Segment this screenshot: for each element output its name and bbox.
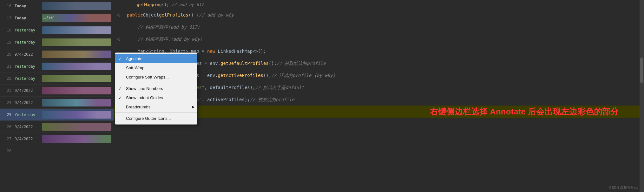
- blame-date-22: Yesterday: [15, 76, 40, 81]
- menu-label-line-numbers: Show Line Numbers: [126, 86, 163, 91]
- blame-date-23: 9/4/2022: [15, 88, 40, 93]
- line-num-25: 25: [3, 113, 11, 117]
- blame-author-20: [42, 51, 111, 58]
- blame-row-16: 16 Today: [0, 0, 114, 12]
- blame-row-27: 27 9/4/2022: [0, 133, 114, 145]
- menu-separator-2: [115, 113, 197, 113]
- submenu-arrow-breadcrumbs: ▶: [192, 105, 194, 109]
- annotate-panel: 16 Today 17 Today wItH 18 Yesterday 19 Y…: [0, 0, 114, 192]
- line-num-18: 18: [3, 28, 11, 32]
- blame-date-27: 9/4/2022: [15, 137, 40, 141]
- check-icon-annotate: ✓: [118, 56, 124, 61]
- blame-date-17: Today: [15, 16, 40, 20]
- menu-item-gutter-icons[interactable]: Configure Gutter Icons...: [115, 114, 197, 123]
- blame-row-20: 20 9/4/2022: [0, 48, 114, 60]
- line-num-21: 21: [3, 64, 11, 69]
- blame-row-28: 28: [0, 145, 114, 157]
- line-num-16: 16: [3, 4, 11, 8]
- menu-item-indent-guides[interactable]: ✓ Show Indent Guides: [115, 93, 197, 102]
- line-num-26: 26: [3, 125, 11, 129]
- code-22-comment: // 活动的profile (by w8y): [271, 69, 335, 81]
- line-num-23: 23: [3, 88, 11, 93]
- menu-label-annotate: Annotate: [126, 56, 142, 61]
- blame-author-22: [42, 75, 111, 82]
- line-num-20: 20: [3, 52, 11, 57]
- code-17-rest: () {: [188, 9, 199, 21]
- code-line-28: [114, 142, 644, 154]
- top-line-text: getMapping(); // add by 617: [127, 2, 204, 7]
- blame-author-24: [42, 99, 111, 106]
- blame-row-17: 17 Today wItH: [0, 12, 114, 24]
- line-num-22: 22: [3, 76, 11, 81]
- menu-label-softwrap: Soft-Wrap: [126, 65, 144, 70]
- code-line-27: [114, 130, 644, 142]
- code-24-comment: // 被激活的profile: [250, 93, 294, 106]
- blame-date-24: 9/4/2022: [15, 100, 40, 105]
- code-line-18: // 结果有顺序(add by 617): [114, 21, 644, 33]
- line-num-24: 24: [3, 100, 11, 105]
- blame-author-18: [42, 26, 111, 34]
- blame-row-24: 24 9/4/2022: [0, 97, 114, 109]
- blame-date-21: Yesterday: [15, 64, 40, 69]
- scrollbar[interactable]: [640, 0, 644, 192]
- blame-author-27: [42, 135, 111, 143]
- menu-label-indent-guides: Show Indent Guides: [126, 95, 163, 100]
- annotation-overlay: 右键侧边栏选择 Annotate 后会出现左边彩色的部分: [430, 106, 619, 118]
- line-num-19: 19: [3, 40, 11, 45]
- gutter-icon-17: ◁: [117, 9, 120, 21]
- code-line-17: ◁ public Object getProfiles () { // add …: [114, 9, 644, 21]
- blame-row-23: 23 9/4/2022: [0, 85, 114, 97]
- code-line-19: ◁ // 结果有顺序,(add by w8y): [114, 33, 644, 45]
- code-17-fn: getProfiles: [159, 9, 188, 21]
- code-23-comment: // 默认名字是default: [255, 81, 304, 93]
- blame-author-16: [42, 2, 111, 10]
- gutter-icon-19: ◁: [117, 33, 120, 45]
- blame-author-17: wItH: [42, 14, 111, 22]
- main-container: 16 Today 17 Today wItH 18 Yesterday 19 Y…: [0, 0, 644, 192]
- blame-date-18: Yesterday: [15, 28, 40, 32]
- menu-item-breadcrumbs[interactable]: Breadcrumbs ▶: [115, 102, 197, 112]
- blame-row-25: 25 Yesterday: [0, 109, 114, 121]
- code-17-comment: // add by w8y: [199, 9, 234, 21]
- code-17-public: public: [127, 9, 143, 21]
- line-num-17: 17: [3, 16, 11, 20]
- line-num-27: 27: [3, 137, 11, 141]
- menu-item-softwrap[interactable]: Soft-Wrap: [115, 63, 197, 72]
- blame-date-26: 9/4/2022: [15, 125, 40, 129]
- code-21-comment: // 获取默认的profile: [277, 57, 325, 69]
- blame-author-21: [42, 63, 111, 70]
- menu-item-annotate[interactable]: ✓ Annotate: [115, 54, 197, 63]
- blame-author-25: [42, 111, 111, 119]
- menu-item-configure-softwrap[interactable]: Configure Soft Wraps...: [115, 72, 197, 82]
- top-code-line: getMapping(); // add by 617: [114, 0, 644, 9]
- blame-date-25: Yesterday: [15, 113, 40, 117]
- blame-author-23: [42, 87, 111, 94]
- blame-row-22: 22 Yesterday: [0, 72, 114, 85]
- menu-label-gutter-icons: Configure Gutter Icons...: [126, 116, 171, 121]
- blame-row-26: 26 9/4/2022: [0, 121, 114, 133]
- blame-date-20: 9/4/2022: [15, 52, 40, 57]
- menu-label-configure-softwrap: Configure Soft Wraps...: [126, 75, 169, 79]
- menu-label-breadcrumbs: Breadcrumbs: [126, 105, 150, 109]
- blame-author-19: [42, 38, 111, 46]
- context-menu: ✓ Annotate Soft-Wrap Configure Soft Wrap…: [115, 52, 197, 125]
- code-19-comment: // 结果有顺序,(add by w8y): [127, 33, 203, 45]
- watermark: CSDN @花石头ya: [609, 185, 638, 190]
- blame-date-16: Today: [15, 4, 40, 8]
- blame-row-19: 19 Yesterday: [0, 36, 114, 48]
- blame-author-26: [42, 123, 111, 131]
- check-icon-line-numbers: ✓: [118, 86, 124, 91]
- scrollbar-thumb[interactable]: [640, 58, 643, 83]
- code-17-object: Object: [143, 9, 159, 21]
- line-num-28: 28: [3, 149, 11, 153]
- menu-item-line-numbers[interactable]: ✓ Show Line Numbers: [115, 84, 197, 93]
- code-18-comment: // 结果有顺序(add by 617): [127, 21, 200, 33]
- blame-row-18: 18 Yesterday: [0, 24, 114, 36]
- check-icon-indent-guides: ✓: [118, 95, 124, 100]
- menu-separator-1: [115, 83, 197, 83]
- blame-row-21: 21 Yesterday: [0, 60, 114, 72]
- blame-author-28: [42, 147, 111, 155]
- blame-date-19: Yesterday: [15, 40, 40, 45]
